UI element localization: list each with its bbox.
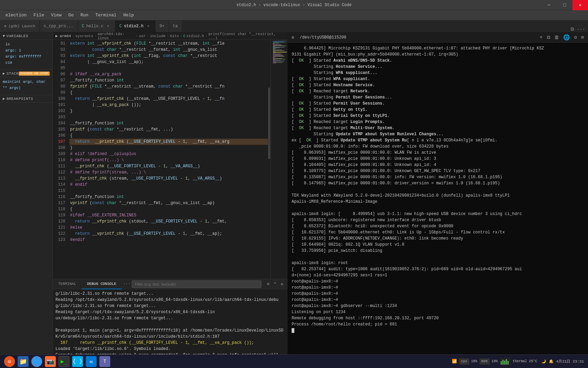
taskbar-vscode-icon[interactable]: { } [72, 356, 83, 367]
term-line-prompt4: root@apalis-imx8:~# [292, 297, 584, 303]
term-line-ok6: [ OK ] Started Getty on tty1. [292, 107, 584, 113]
term-line-20: [ 8.652372] Bluetooth: hci0: unexpected … [292, 223, 584, 229]
terminal-new-icon[interactable]: + [540, 34, 543, 41]
terminal-globe-icon[interactable]: 🌐 [563, 34, 570, 41]
system-tray: 📶 cpu 16% mem 19% thermal 25°C [452, 358, 537, 365]
breadcrumb-function[interactable]: printf(const char *__restrict, ...) [209, 32, 285, 40]
variables-header[interactable]: ▼ VARIABLES [0, 32, 52, 40]
code-line-118: { [69, 206, 268, 212]
tab-label: (gdb) Launch [9, 24, 35, 28]
close-button[interactable]: ✕ [572, 0, 588, 10]
tab-close-hello[interactable]: × [105, 24, 111, 29]
code-line-99: { [69, 90, 268, 96]
term-line-prompt3: root@apalis-imx8:~# [292, 291, 584, 297]
filter-dots-icon: ··· [123, 282, 131, 287]
more-tabs-icon[interactable]: ··· [577, 27, 585, 32]
terminal-content[interactable]: 6.964425] Microchip KSZ9131 Gigabit PHY … [288, 43, 588, 361]
taskbar-files-icon[interactable]: 📁 [18, 356, 29, 367]
code-content[interactable]: extern int __vfprintf_chk (FILE *__restr… [68, 40, 268, 279]
code-editor[interactable]: 91 92 93 94 95 96 97 98 99 100 101 102 [53, 40, 271, 279]
minimize-panel-icon[interactable]: ⌃ [272, 280, 278, 288]
tab-label: C [119, 24, 122, 29]
breadcrumb-sysroots[interactable]: sysroots [75, 34, 93, 38]
taskbar-ubuntu-icon[interactable]: ⊙ [4, 356, 15, 367]
debug-console-content: g/lib/libc-2.31.so from remote target...… [53, 289, 288, 361]
menu-bar: election File View Go Run Terminal Help [0, 10, 588, 20]
code-line-113: __fprintf_chk (stream, __USE_FORTIFY_LEV… [69, 175, 268, 182]
menu-run[interactable]: Run [78, 11, 91, 19]
term-line-16: Apalis-iMX8_Reference-Minimal-Image [292, 199, 584, 205]
taskbar-toradex-icon[interactable]: T [99, 356, 110, 367]
term-line-ok1: [ OK ] Started Avahi mDNS/DNS-SD Stack. [292, 58, 584, 64]
vertical-scrollbar[interactable] [268, 40, 271, 279]
tab-ta[interactable]: ta [169, 20, 182, 32]
maximize-button[interactable]: □ [557, 0, 572, 10]
taskbar-photo-icon[interactable]: 📷 [45, 356, 56, 367]
menu-help[interactable]: Help [120, 11, 136, 19]
tab-close-stdio2[interactable]: × [146, 24, 151, 29]
cpu-indicator[interactable]: cpu [459, 358, 469, 365]
menu-terminal[interactable]: Terminal [93, 11, 119, 19]
close-panel-icon[interactable]: ✕ [279, 280, 285, 288]
code-line-101: | __va_arg_pack ()); [69, 102, 268, 108]
stack-header[interactable]: ▶ STACK PAUSED ON STEP [0, 70, 52, 77]
menu-go[interactable]: Go [66, 11, 77, 19]
breadcrumb-aarch64[interactable]: aarch64-tdx-linux [98, 32, 135, 40]
code-line-105: printf (const char *__restrict __fmt, ..… [69, 126, 268, 133]
breadcrumb-include[interactable]: include [150, 34, 166, 38]
code-line-115 [69, 188, 268, 194]
taskbar-terminal-icon[interactable]: ▶_ [59, 356, 69, 367]
minimize-button[interactable]: ─ [541, 0, 557, 10]
tab-stdio2h[interactable]: C stdio2.h × [115, 20, 156, 32]
stack-content: main(int argc, char ** argv) [0, 77, 52, 92]
breadcrumb-usr[interactable]: usr [139, 34, 146, 38]
tab-gdb-launch[interactable]: ⚙ (gdb) Launch [0, 20, 40, 32]
variables-content: ls argc: 1 argv: 0xffffffff c18 [0, 40, 52, 67]
filter-input[interactable] [132, 280, 261, 288]
thermal-temp: 25°C [529, 359, 537, 363]
terminal-split-icon[interactable]: ⧉ [547, 35, 550, 40]
line-num-block: 91 92 93 94 95 96 97 98 99 100 101 102 [53, 40, 65, 243]
tab-filename: stdio2.h [124, 24, 144, 29]
tab-label: ta [173, 24, 178, 29]
variables-panel: ▼ VARIABLES ls argc: 1 argv: 0xffffffff … [0, 32, 53, 361]
menu-file[interactable]: File [31, 11, 47, 19]
folder-icon: 📁 [19, 358, 27, 365]
breakpoints-header[interactable]: ▶ BREAKPOINTS [0, 95, 52, 103]
menu-view[interactable]: View [48, 11, 64, 19]
terminal-trash-icon[interactable]: 🗑 [554, 35, 559, 40]
terminal-grid-icon[interactable]: ⊞ [581, 34, 584, 40]
taskbar-browser-icon[interactable]: 🌐 [31, 356, 42, 367]
breadcrumb-file[interactable]: C [183, 34, 186, 38]
term-cursor-line [292, 327, 584, 334]
debug-line-3: g/lib//libc-2.31.so from remote target..… [55, 303, 285, 309]
term-line-24: [ 33.759956] pcie_switch: disabling [292, 248, 584, 254]
code-line-121: #else [69, 225, 268, 231]
taskbar-outlook-icon[interactable]: ✉ [86, 356, 97, 367]
mem-indicator[interactable]: mem [479, 358, 490, 365]
terminal-settings-icon[interactable]: ⚙ [574, 34, 577, 40]
term-line-28: d=(none) old-ses=4294967295 ses=1 res=1 [292, 272, 584, 278]
wrap-lines-icon[interactable]: ≡ [265, 281, 271, 288]
debug-line-5: ux/debug/lib//libc-2.31.so from remote t… [55, 315, 285, 321]
notification-icon[interactable]: 🔔 [549, 359, 554, 364]
breadcrumb-filename[interactable]: stdio2.h [186, 34, 204, 38]
scrollbar-thumb [268, 88, 270, 159]
debug-console-tab[interactable]: DEBUG CONSOLE [82, 279, 122, 289]
term-line-ok8: [ OK ] Reached target Login Prompts. [292, 119, 584, 125]
terminal-tab[interactable]: TERMINAL [53, 279, 82, 289]
tray-network-icon[interactable]: 📶 [452, 359, 457, 364]
term-line-18: apalis-imx8 login: [ 8.499954] usb 3-1.1… [292, 211, 584, 217]
menu-selection[interactable]: election [3, 11, 29, 19]
tab-more[interactable]: 9+ [156, 20, 169, 32]
code-line-100: return __fprintf_chk (__stream, __USE_FO… [69, 96, 268, 102]
breadcrumb-arm64[interactable]: arm64 [60, 34, 71, 38]
line-numbers: 91 92 93 94 95 96 97 98 99 100 101 102 [53, 40, 68, 279]
breadcrumb-bits[interactable]: bits [170, 34, 179, 38]
term-line-ok7: [ OK ] Started Serial Getty on ttyLP1. [292, 113, 584, 119]
tab-hello-c[interactable]: C hello.c × [78, 20, 115, 32]
split-editor-icon[interactable]: ⧉ [571, 27, 574, 32]
ubuntu-symbol: ⊙ [8, 358, 11, 365]
tab-cpp-props[interactable]: c_cpp_pro... [40, 20, 78, 32]
vscode-symbol: { } [73, 358, 83, 365]
